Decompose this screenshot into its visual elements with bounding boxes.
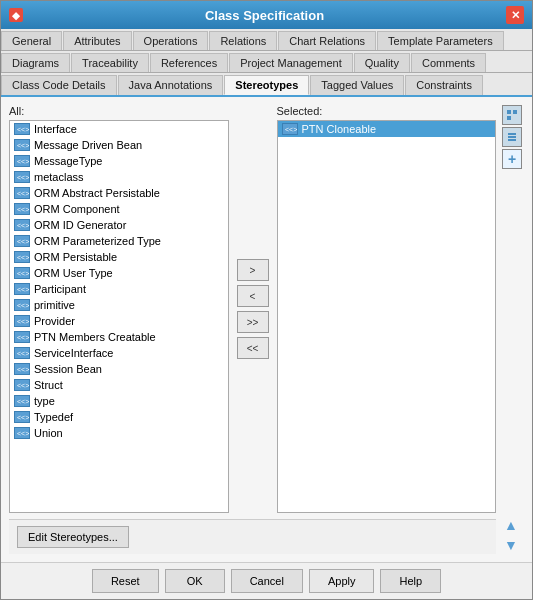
lists-area: All: <<>>Interface<<>>Message Driven Bea… (9, 105, 496, 513)
all-list-item[interactable]: <<>>Typedef (10, 409, 228, 425)
nav-up-arrow[interactable]: ▲ (502, 516, 520, 534)
all-list[interactable]: <<>>Interface<<>>Message Driven Bean<<>>… (9, 120, 229, 513)
selected-label: Selected: (277, 105, 497, 117)
stereotype-icon: <<>> (14, 331, 30, 343)
svg-text:<<>>: <<>> (17, 190, 29, 197)
stereotype-icon: <<>> (282, 123, 298, 135)
stereotypes-panel: All: <<>>Interface<<>>Message Driven Bea… (9, 105, 496, 554)
tab-general[interactable]: General (1, 31, 62, 50)
tab-comments[interactable]: Comments (411, 53, 486, 72)
tabs-row-3: Class Code Details Java Annotations Ster… (1, 73, 532, 97)
all-list-item-label: Union (34, 427, 63, 439)
selected-list[interactable]: <<>>PTN Cloneable (277, 120, 497, 513)
all-list-item[interactable]: <<>>Union (10, 425, 228, 441)
all-list-item-label: primitive (34, 299, 75, 311)
svg-text:<<>>: <<>> (17, 286, 29, 293)
all-list-item[interactable]: <<>>ORM User Type (10, 265, 228, 281)
tab-java-annotations[interactable]: Java Annotations (118, 75, 224, 95)
svg-text:<<>>: <<>> (17, 254, 29, 261)
tab-chart-relations[interactable]: Chart Relations (278, 31, 376, 50)
selected-list-item[interactable]: <<>>PTN Cloneable (278, 121, 496, 137)
all-list-item[interactable]: <<>>PTN Members Creatable (10, 329, 228, 345)
all-list-item-label: ORM ID Generator (34, 219, 126, 231)
svg-text:<<>>: <<>> (17, 302, 29, 309)
all-list-item-label: ORM Parameterized Type (34, 235, 161, 247)
tab-tagged-values[interactable]: Tagged Values (310, 75, 404, 95)
all-list-section: All: <<>>Interface<<>>Message Driven Bea… (9, 105, 229, 513)
tab-project-management[interactable]: Project Management (229, 53, 353, 72)
all-list-item[interactable]: <<>>ORM Parameterized Type (10, 233, 228, 249)
stereotype-icon: <<>> (14, 427, 30, 439)
all-list-item[interactable]: <<>>Message Driven Bean (10, 137, 228, 153)
cancel-button[interactable]: Cancel (231, 569, 303, 593)
tab-template-parameters[interactable]: Template Parameters (377, 31, 504, 50)
all-list-item[interactable]: <<>>Session Bean (10, 361, 228, 377)
stereotype-icon: <<>> (14, 299, 30, 311)
tab-quality[interactable]: Quality (354, 53, 410, 72)
stereotype-icon: <<>> (14, 171, 30, 183)
svg-rect-43 (513, 110, 517, 114)
toolbar-btn-add[interactable]: + (502, 149, 522, 169)
all-list-item[interactable]: <<>>metaclass (10, 169, 228, 185)
tab-traceability[interactable]: Traceability (71, 53, 149, 72)
reset-button[interactable]: Reset (92, 569, 159, 593)
move-right-button[interactable]: > (237, 259, 269, 281)
svg-text:<<>>: <<>> (17, 158, 29, 165)
all-list-item-label: Struct (34, 379, 63, 391)
stereotype-icon: <<>> (14, 139, 30, 151)
all-list-item-label: Message Driven Bean (34, 139, 142, 151)
svg-text:<<>>: <<>> (17, 174, 29, 181)
all-list-item[interactable]: <<>>Provider (10, 313, 228, 329)
help-button[interactable]: Help (380, 569, 441, 593)
ok-button[interactable]: OK (165, 569, 225, 593)
svg-text:<<>>: <<>> (285, 126, 297, 133)
all-list-item[interactable]: <<>>MessageType (10, 153, 228, 169)
all-list-item[interactable]: <<>>Struct (10, 377, 228, 393)
all-list-item-label: Typedef (34, 411, 73, 423)
all-list-item-label: Participant (34, 283, 86, 295)
svg-text:<<>>: <<>> (17, 222, 29, 229)
svg-rect-45 (508, 133, 516, 135)
svg-text:<<>>: <<>> (17, 366, 29, 373)
nav-down-arrow[interactable]: ▼ (502, 536, 520, 554)
tab-stereotypes[interactable]: Stereotypes (224, 75, 309, 95)
all-list-item[interactable]: <<>>ORM ID Generator (10, 217, 228, 233)
content-area: All: <<>>Interface<<>>Message Driven Bea… (1, 97, 532, 562)
svg-text:<<>>: <<>> (17, 126, 29, 133)
tab-class-code-details[interactable]: Class Code Details (1, 75, 117, 95)
stereotype-icon: <<>> (14, 411, 30, 423)
all-list-item[interactable]: <<>>type (10, 393, 228, 409)
all-list-item[interactable]: <<>>ORM Abstract Persistable (10, 185, 228, 201)
all-list-item-label: ORM Persistable (34, 251, 117, 263)
svg-text:<<>>: <<>> (17, 382, 29, 389)
tab-constraints[interactable]: Constraints (405, 75, 483, 95)
stereotype-icon: <<>> (14, 187, 30, 199)
stereotype-icon: <<>> (14, 219, 30, 231)
transfer-buttons: > < >> << (235, 105, 271, 513)
all-list-item[interactable]: <<>>ORM Persistable (10, 249, 228, 265)
tab-diagrams[interactable]: Diagrams (1, 53, 70, 72)
tab-attributes[interactable]: Attributes (63, 31, 131, 50)
tab-operations[interactable]: Operations (133, 31, 209, 50)
svg-rect-44 (507, 116, 511, 120)
apply-button[interactable]: Apply (309, 569, 375, 593)
edit-stereotypes-button[interactable]: Edit Stereotypes... (17, 526, 129, 548)
tab-relations[interactable]: Relations (209, 31, 277, 50)
all-list-item[interactable]: <<>>ServiceInterface (10, 345, 228, 361)
move-all-right-button[interactable]: >> (237, 311, 269, 333)
move-left-button[interactable]: < (237, 285, 269, 307)
tab-references[interactable]: References (150, 53, 228, 72)
close-button[interactable]: ✕ (506, 6, 524, 24)
selected-list-section: Selected: <<>>PTN Cloneable (277, 105, 497, 513)
all-list-item[interactable]: <<>>Participant (10, 281, 228, 297)
stereotype-icon: <<>> (14, 363, 30, 375)
all-list-item-label: PTN Members Creatable (34, 331, 156, 343)
move-all-left-button[interactable]: << (237, 337, 269, 359)
toolbar-btn-2[interactable] (502, 127, 522, 147)
all-list-item-label: ServiceInterface (34, 347, 113, 359)
toolbar-btn-1[interactable] (502, 105, 522, 125)
all-list-item[interactable]: <<>>primitive (10, 297, 228, 313)
stereotype-icon: <<>> (14, 267, 30, 279)
all-list-item[interactable]: <<>>Interface (10, 121, 228, 137)
all-list-item[interactable]: <<>>ORM Component (10, 201, 228, 217)
